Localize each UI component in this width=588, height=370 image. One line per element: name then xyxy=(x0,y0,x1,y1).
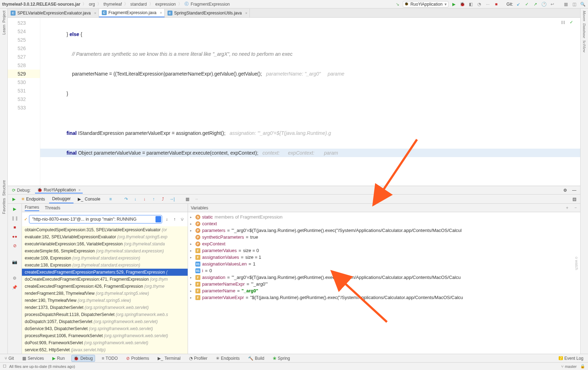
pause-icon[interactable]: ❚❚ xyxy=(12,215,18,221)
favorites-tool[interactable]: Favorites xyxy=(2,198,6,214)
toolbar-icon[interactable]: ▦ xyxy=(563,1,569,7)
trace-icon[interactable]: ⎓ xyxy=(194,196,200,202)
stack-frame[interactable]: evaluate:182, SPELVariableExpressionEval… xyxy=(22,233,188,240)
drop-frame-icon[interactable]: ⤴ xyxy=(160,196,166,202)
status-check-icon[interactable]: ☐ xyxy=(3,364,6,369)
git-tool[interactable]: ⑂ Git xyxy=(3,355,16,362)
maven-tool[interactable]: Maven xyxy=(582,11,587,21)
frames-tab[interactable]: Frames xyxy=(25,205,39,211)
stack-frame[interactable]: render:1373, DispatcherServlet (org.spri… xyxy=(22,304,188,311)
variable-row[interactable]: 01assignationValuesLen = 1 xyxy=(188,261,580,267)
close-icon[interactable]: × xyxy=(160,11,162,15)
variable-row[interactable]: PsyntheticParameters = true xyxy=(188,234,580,240)
database-tool[interactable]: Database xyxy=(582,23,587,38)
profiler-icon[interactable]: ◔ xyxy=(476,1,482,7)
stack-frame[interactable]: obtainComputedSpelExpression:315, SPELVa… xyxy=(22,226,188,233)
breakpoints-icon[interactable]: ●● xyxy=(12,233,18,240)
variables-list[interactable]: ▸Sstatic members of FragmentExpression▸P… xyxy=(188,212,580,362)
variable-row[interactable]: ▸FparameterNameExpr = "'_arg0'" xyxy=(188,281,580,287)
code-area[interactable]: } else { // Parameters are synthetic so … xyxy=(40,18,580,186)
structure-tool[interactable]: Structure xyxy=(2,180,6,196)
breadcrumb-item[interactable]: standard xyxy=(130,2,147,7)
endpoints-tool[interactable]: ✳ Endpoints xyxy=(214,355,241,362)
problems-tool[interactable]: ⊘ Problems xyxy=(124,355,151,362)
variable-row[interactable]: ▸Pparameters = "'_arg0'=${T(java.lang.Ru… xyxy=(188,227,580,234)
stack-frame[interactable]: execute:138, Expression (org.thymeleaf.s… xyxy=(22,262,188,269)
stack-frame[interactable]: executeSimple:66, SimpleExpression (org.… xyxy=(22,247,188,255)
frames-list[interactable]: obtainComputedSpelExpression:315, SPELVa… xyxy=(22,226,188,362)
run-to-cursor-icon[interactable]: →| xyxy=(169,196,175,202)
variable-row[interactable]: ▸Pcontext xyxy=(188,220,580,227)
close-icon[interactable]: × xyxy=(94,11,96,15)
coverage-icon[interactable]: ◧ xyxy=(468,1,474,7)
todo-tool[interactable]: ≡ TODO xyxy=(100,355,119,362)
run-tool[interactable]: ▶ Run xyxy=(51,355,66,362)
attach-icon[interactable]: ··· xyxy=(484,1,491,7)
variable-row[interactable]: ▸FparameterName = "_arg0" xyxy=(188,287,580,294)
stack-frame[interactable]: service:652, HttpServlet (javax.servlet.… xyxy=(22,346,188,353)
sciview-tool[interactable]: SciView xyxy=(582,40,587,53)
variable-row[interactable]: 01i = 0 xyxy=(188,267,580,274)
more-icon[interactable]: ≡ xyxy=(107,196,114,202)
close-icon[interactable]: × xyxy=(245,11,247,15)
breadcrumb-item[interactable]: FragmentExpression xyxy=(191,2,230,7)
debugger-tab[interactable]: Debugger xyxy=(49,195,74,203)
git-update-icon[interactable]: ↙ xyxy=(515,1,522,7)
stack-frame[interactable]: processRequest:1006, FrameworkServlet (o… xyxy=(22,332,188,339)
services-tool[interactable]: ▦ Services xyxy=(20,355,46,362)
lock-icon[interactable]: 🔒 xyxy=(580,364,585,369)
git-branch[interactable]: ⑂ master xyxy=(561,364,577,369)
breadcrumb-item[interactable]: thymeleaf-3.0.12.RELEASE-sources.jar xyxy=(2,2,80,7)
project-tool[interactable]: Project xyxy=(2,11,6,23)
step-out-icon[interactable]: ↑ xyxy=(151,196,157,202)
profiler-tool[interactable]: ◔ Profiler xyxy=(187,355,209,362)
stack-frame[interactable]: createExecutedFragmentExpression:426, Fr… xyxy=(22,283,188,290)
breadcrumb-item[interactable]: org xyxy=(89,2,95,7)
filter-icon[interactable]: ⩒ xyxy=(179,216,186,222)
stack-frame[interactable]: doService:943, DispatcherServlet (org.sp… xyxy=(22,325,188,332)
learn-tool[interactable]: Learn xyxy=(2,25,6,35)
run-configuration-select[interactable]: RuoYiApplication ▾ xyxy=(403,1,448,7)
git-rollback-icon[interactable]: ↩ xyxy=(549,1,555,7)
stack-frame[interactable]: doDispatch:1057, DispatcherServlet (org.… xyxy=(22,318,188,325)
stop-icon[interactable]: ■ xyxy=(12,224,18,231)
debug-session-tab[interactable]: 🐞 RuoYiApplication × xyxy=(35,187,83,193)
variable-row[interactable]: ▸FparameterValueExpr = "${T(java.lang.Ru… xyxy=(188,294,580,301)
build-icon[interactable]: ↘ xyxy=(394,1,401,7)
pin-icon[interactable]: 📌 xyxy=(12,284,18,291)
evaluate-icon[interactable]: ▦ xyxy=(184,196,191,202)
minimize-icon[interactable]: — xyxy=(571,187,577,193)
settings-icon[interactable]: ⚙ xyxy=(12,275,18,281)
stack-frame[interactable]: doCreateExecutedFragmentExpression:471, … xyxy=(22,276,188,283)
toolbar-icon[interactable]: ◫ xyxy=(571,1,577,7)
breadcrumb-item[interactable]: expression xyxy=(155,2,176,7)
settings-icon[interactable]: ⚙ xyxy=(562,187,568,193)
resume-icon[interactable]: ▶ xyxy=(11,196,17,202)
spring-tool[interactable]: ❀ Spring xyxy=(271,355,292,362)
close-icon[interactable]: × xyxy=(78,188,81,192)
variable-row[interactable]: ▸FparameterValues = size = 0 xyxy=(188,247,580,254)
mute-breakpoints-icon[interactable]: ⊘ xyxy=(12,243,18,249)
stack-frame[interactable]: execute:109, Expression (org.thymeleaf.s… xyxy=(22,255,188,262)
camera-icon[interactable]: 📷 xyxy=(12,259,18,265)
variable-row[interactable]: ▸Fassignation = "'_arg0'=${T(java.lang.R… xyxy=(188,274,580,281)
remove-watch-icon[interactable]: － xyxy=(572,204,579,211)
stack-frame[interactable]: renderFragment:288, ThymeleafView (org.t… xyxy=(22,290,188,297)
terminal-tool[interactable]: ▶_ Terminal xyxy=(156,355,182,362)
run-icon[interactable]: ▶ xyxy=(451,1,457,7)
git-history-icon[interactable]: 🕐 xyxy=(541,1,547,7)
editor-tab[interactable]: CFragmentExpression.java× xyxy=(99,9,165,17)
stack-frame[interactable]: createExecutedFragmentExpressionParamete… xyxy=(22,269,188,276)
stack-frame[interactable]: render:190, ThymeleafView (org.thymeleaf… xyxy=(22,297,188,304)
breadcrumb-item[interactable]: thymeleaf xyxy=(104,2,122,7)
git-commit-icon[interactable]: ✓ xyxy=(524,1,530,7)
build-tool[interactable]: 🔨 Build xyxy=(246,355,266,362)
rerun-icon[interactable]: ⟳ xyxy=(11,187,17,193)
threads-tab[interactable]: Threads xyxy=(45,205,60,210)
step-into-icon[interactable]: ↓ xyxy=(132,196,139,202)
layout-icon[interactable]: ▤ xyxy=(571,196,577,202)
variable-row[interactable]: ▸PexpContext xyxy=(188,240,580,247)
stack-frame[interactable]: executeVariableExpression:166, VariableE… xyxy=(22,240,188,247)
stack-frame[interactable]: doPost:909, FrameworkServlet (org.spring… xyxy=(22,339,188,346)
event-log[interactable]: 2 Event Log xyxy=(557,355,585,362)
